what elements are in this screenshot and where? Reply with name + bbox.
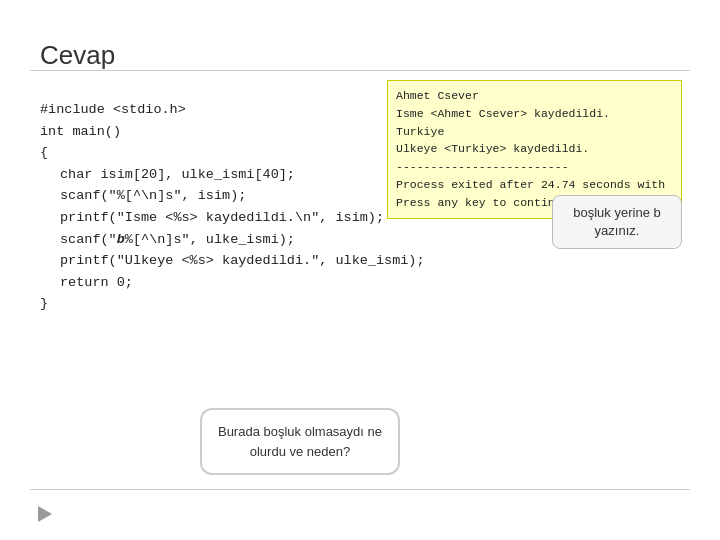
slide-title: Cevap	[40, 40, 680, 71]
tooltip-text: boşluk yerine b yazınız.	[573, 205, 660, 238]
top-rule	[30, 70, 690, 71]
tooltip-box: boşluk yerine b yazınız.	[552, 195, 682, 249]
slide: Cevap Ahmet Csever Isme <Ahmet Csever> k…	[0, 0, 720, 540]
bottom-rule	[30, 489, 690, 490]
callout-text: Burada boşluk olmasaydı ne olurdu ve ned…	[218, 424, 382, 459]
terminal-line-2: Isme <Ahmet Csever> kaydedildi.	[396, 105, 673, 123]
callout-box: Burada boşluk olmasaydı ne olurdu ve ned…	[200, 408, 400, 475]
terminal-line-6: Process exited after 24.74 seconds with	[396, 176, 673, 194]
terminal-line-1: Ahmet Csever	[396, 87, 673, 105]
terminal-line-4: Ulkeye <Turkiye> kaydedildi.	[396, 140, 673, 158]
terminal-line-3: Turkiye	[396, 123, 673, 141]
play-arrow-icon[interactable]	[38, 506, 52, 522]
terminal-line-5: -------------------------	[396, 158, 673, 176]
code-line-10: }	[40, 293, 680, 315]
code-line-9: return 0;	[40, 272, 680, 294]
code-line-8: printf("Ulkeye <%s> kaydedildi.", ulke_i…	[40, 250, 680, 272]
